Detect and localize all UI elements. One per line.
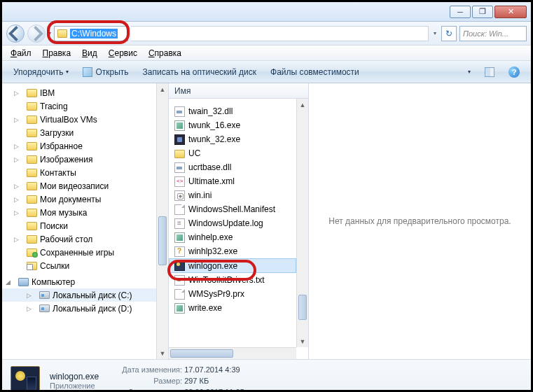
tree-scrollbar[interactable]: ▲ ▼ xyxy=(156,83,168,359)
file-row[interactable]: winlogon.exe xyxy=(169,258,296,273)
file-row[interactable]: winhelp.exe xyxy=(169,230,296,244)
expand-icon[interactable]: ▷ xyxy=(13,236,20,242)
folder-tree[interactable]: ▷IBMTracing▷VirtualBox VMsЗагрузки▷Избра… xyxy=(2,83,169,359)
address-dropdown-icon[interactable]: ▾ xyxy=(434,30,436,36)
file-icon xyxy=(174,204,185,215)
tree-item[interactable]: Поиски xyxy=(2,219,168,232)
view-mode-button[interactable]: ▾ xyxy=(452,66,476,77)
file-row[interactable]: WindowsShell.Manifest xyxy=(169,202,296,216)
column-header-name[interactable]: Имя xyxy=(169,83,308,99)
preview-message: Нет данных для предварительного просмотр… xyxy=(328,216,511,226)
menu-tools[interactable]: Сервис xyxy=(109,48,137,58)
file-list[interactable]: twain_32.dlltwunk_16.exetwunk_32.exeUCuc… xyxy=(169,99,296,347)
minimize-button[interactable]: ─ xyxy=(450,6,471,18)
scroll-down-arrow[interactable]: ▼ xyxy=(297,335,308,347)
tree-item[interactable]: ▷Моя музыка xyxy=(2,206,168,219)
expand-icon[interactable]: ▷ xyxy=(26,292,32,298)
expand-icon[interactable]: ▷ xyxy=(13,183,20,189)
file-row[interactable]: twunk_16.exe xyxy=(169,118,296,132)
organize-button[interactable]: Упорядочить▾ xyxy=(8,66,74,78)
toolbar: Упорядочить▾ Открыть Записать на оптичес… xyxy=(2,61,531,83)
close-button[interactable]: ✕ xyxy=(494,6,527,18)
details-size-value: 297 КБ xyxy=(184,377,209,385)
menu-view[interactable]: Вид xyxy=(82,48,97,58)
menu-help[interactable]: Справка xyxy=(148,48,181,58)
tree-item[interactable]: Контакты xyxy=(2,166,168,179)
open-button[interactable]: Открыть xyxy=(77,66,134,78)
scroll-thumb[interactable] xyxy=(170,349,233,358)
file-row[interactable]: twunk_32.exe xyxy=(169,132,296,146)
tree-drive-d[interactable]: ▷ Локальный диск (D:) xyxy=(2,302,168,315)
back-button[interactable] xyxy=(6,24,25,43)
search-input[interactable]: Поиск: Win... xyxy=(459,26,527,41)
scroll-down-arrow[interactable]: ▼ xyxy=(157,347,168,359)
expand-icon[interactable] xyxy=(13,262,20,269)
file-row[interactable]: WinToolkitDrivers.txt xyxy=(169,273,296,287)
file-row[interactable]: winhlp32.exe xyxy=(169,244,296,258)
scroll-thumb[interactable] xyxy=(158,216,167,265)
compat-button[interactable]: Файлы совместимости xyxy=(265,66,365,78)
tree-item[interactable]: Ссылки xyxy=(2,259,168,272)
file-row[interactable]: UC xyxy=(169,146,296,160)
expand-icon[interactable]: ▷ xyxy=(13,90,20,96)
tree-item[interactable]: Сохраненные игры xyxy=(2,246,168,259)
file-row[interactable]: WMSysPr9.prx xyxy=(169,287,296,301)
tree-item[interactable]: ▷VirtualBox VMs xyxy=(2,113,168,126)
drive-icon xyxy=(39,304,50,312)
scroll-up-arrow[interactable]: ▲ xyxy=(157,83,168,95)
details-modified-value: 17.07.2014 4:39 xyxy=(184,365,240,374)
file-row[interactable]: WindowsUpdate.log xyxy=(169,216,296,230)
file-icon xyxy=(174,303,185,314)
expand-icon[interactable]: ▷ xyxy=(13,156,20,162)
file-scrollbar-h[interactable] xyxy=(169,347,296,359)
tree-item[interactable]: ▷Мои документы xyxy=(2,192,168,206)
tree-item[interactable]: ▷Избранное xyxy=(2,139,168,153)
expand-icon[interactable]: ▷ xyxy=(26,305,32,312)
tree-item[interactable]: Tracing xyxy=(2,99,168,113)
tree-item[interactable]: Загрузки xyxy=(2,126,168,139)
file-row[interactable]: win.ini xyxy=(169,188,296,202)
tree-computer[interactable]: ◢ Компьютер xyxy=(2,275,168,288)
file-row-partial[interactable] xyxy=(169,99,296,104)
expand-icon[interactable]: ▷ xyxy=(13,116,20,122)
file-icon xyxy=(174,246,185,257)
expand-icon[interactable]: ▷ xyxy=(13,209,20,216)
file-label: winhlp32.exe xyxy=(188,246,237,256)
burn-button[interactable]: Записать на оптический диск xyxy=(137,66,263,78)
tree-label: IBM xyxy=(40,88,55,98)
file-row[interactable]: write.exe xyxy=(169,301,296,315)
file-icon xyxy=(174,232,185,243)
expand-icon[interactable] xyxy=(13,249,20,255)
tree-item[interactable]: ▷Изображения xyxy=(2,153,168,166)
tree-drive-c[interactable]: ▷ Локальный диск (C:) xyxy=(2,288,168,302)
menu-file[interactable]: Файл xyxy=(11,48,32,58)
maximize-button[interactable]: ❐ xyxy=(472,6,493,18)
forward-button[interactable] xyxy=(27,24,46,43)
file-row[interactable]: ucrtbase.dll xyxy=(169,160,296,174)
expand-icon[interactable]: ◢ xyxy=(5,279,11,285)
menu-edit[interactable]: Правка xyxy=(43,48,71,58)
refresh-button[interactable]: ↻ xyxy=(441,26,457,41)
tree-item[interactable]: ▷IBM xyxy=(2,86,168,99)
address-bar-fill[interactable] xyxy=(131,26,429,41)
expand-icon[interactable] xyxy=(13,103,20,109)
file-row[interactable]: Ultimate.xml xyxy=(169,174,296,188)
file-row[interactable]: twain_32.dll xyxy=(169,104,296,118)
preview-pane-button[interactable] xyxy=(479,66,500,78)
expand-icon[interactable] xyxy=(13,169,20,176)
help-button[interactable]: ? xyxy=(503,65,525,79)
expand-icon[interactable] xyxy=(13,223,20,229)
tree-item[interactable]: ▷Рабочий стол xyxy=(2,232,168,246)
expand-icon[interactable]: ▷ xyxy=(13,143,20,149)
tree-label: Tracing xyxy=(40,102,68,111)
scroll-thumb[interactable] xyxy=(298,295,307,320)
expand-icon[interactable] xyxy=(13,130,20,136)
address-bar[interactable]: C:\Windows xyxy=(54,26,128,41)
expand-icon[interactable]: ▷ xyxy=(13,196,20,202)
tree-label: Рабочий стол xyxy=(40,234,92,244)
details-pane: winlogon.exe Приложение Дата изменения: … xyxy=(2,359,531,392)
file-scrollbar-v[interactable]: ▲ ▼ xyxy=(296,99,308,347)
tree-item[interactable]: ▷Мои видеозаписи xyxy=(2,179,168,192)
nav-history-dropdown[interactable]: ▾ xyxy=(48,30,51,36)
scroll-up-arrow[interactable]: ▲ xyxy=(297,99,308,111)
